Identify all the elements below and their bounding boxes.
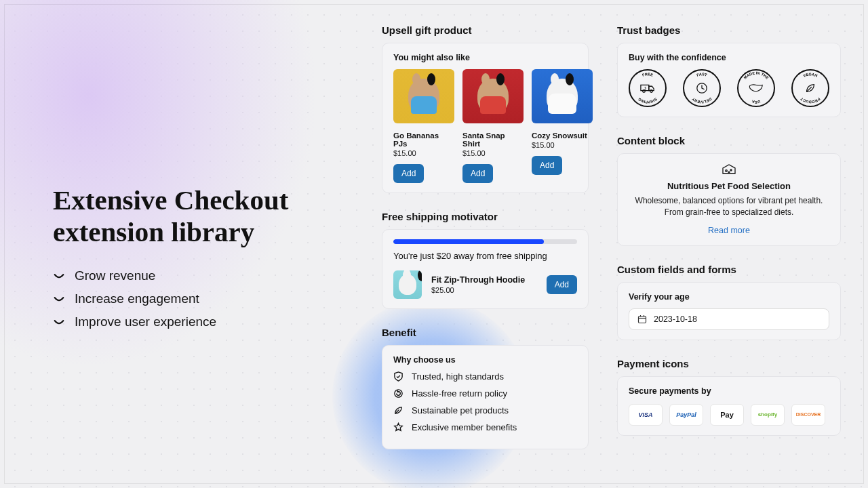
shipping-title: Free shipping motivator xyxy=(382,211,589,222)
product-name: Cozy Snowsuit xyxy=(532,131,593,140)
benefit-item: Exclusive member benefits xyxy=(393,422,577,432)
add-button[interactable]: Add xyxy=(462,164,493,183)
pay-apple: Pay xyxy=(710,404,744,426)
product-card: Go Bananas PJs $15.00 Add xyxy=(393,69,454,183)
product-card: Cozy Snowsuit $15.00 Add xyxy=(532,69,593,183)
badge-free-shipping: FREESHIPPING $ xyxy=(629,69,667,107)
upsell-title: Upsell gift product xyxy=(382,24,589,36)
benefit-text: Exclusive member benefits xyxy=(412,422,517,432)
bullet-item: Improve user experience xyxy=(53,314,351,329)
payment-title: Payment icons xyxy=(617,358,841,369)
bullet-text: Grow revenue xyxy=(75,268,155,283)
bullet-item: Grow revenue xyxy=(53,268,351,283)
content-title: Content block xyxy=(617,135,841,146)
product-price: $15.00 xyxy=(462,149,524,157)
pay-paypal: PayPal xyxy=(669,404,703,426)
bullet-text: Improve user experience xyxy=(75,314,216,329)
cheese-icon xyxy=(722,163,736,176)
return-icon xyxy=(393,388,403,399)
product-image xyxy=(532,69,593,123)
date-input[interactable]: 2023-10-18 xyxy=(629,308,829,330)
trust-title: Trust badges xyxy=(617,24,841,36)
custom-label: Verify your age xyxy=(629,292,829,302)
payment-subtitle: Secure payments by xyxy=(629,386,829,396)
hero: Extensive Checkout extension library Gro… xyxy=(53,184,351,338)
smile-icon xyxy=(53,270,65,282)
shipping-message: You're just $20 away from free shipping xyxy=(393,251,577,261)
add-button[interactable]: Add xyxy=(532,156,562,175)
benefit-item: Trusted, high standards xyxy=(393,371,577,382)
svg-rect-17 xyxy=(639,316,646,323)
product-price: $25.00 xyxy=(431,286,537,294)
badge-fast-delivery: FASTDELIVERY xyxy=(683,69,721,107)
date-value: 2023-10-18 xyxy=(654,314,697,324)
benefit-text: Sustainable pet products xyxy=(412,405,509,415)
benefit-item: Sustainable pet products xyxy=(393,405,577,415)
shield-check-icon xyxy=(393,371,403,382)
product-image xyxy=(393,270,422,299)
svg-text:USA: USA xyxy=(751,100,761,104)
product-price: $15.00 xyxy=(393,149,454,157)
badge-vegan: VEGANPRODUCT xyxy=(791,69,829,107)
product-name: Fit Zip-Through Hoodie xyxy=(431,275,537,285)
custom-fields-section: Custom fields and forms Verify your age … xyxy=(617,264,841,340)
calendar-icon xyxy=(637,314,647,324)
svg-point-16 xyxy=(728,171,730,173)
benefit-item: Hassle-free return policy xyxy=(393,388,577,399)
benefit-section: Benefit Why choose us Trusted, high stan… xyxy=(382,327,589,449)
benefit-text: Hassle-free return policy xyxy=(412,388,507,399)
svg-point-15 xyxy=(730,169,732,171)
smile-icon xyxy=(53,316,65,328)
content-desc: Wholesome, balanced options for vibrant … xyxy=(629,195,829,218)
shipping-section: Free shipping motivator You're just $20 … xyxy=(382,211,589,309)
page-title: Extensive Checkout extension library xyxy=(53,184,351,248)
product-name: Santa Snap Shirt xyxy=(462,131,524,148)
svg-text:FAST: FAST xyxy=(696,72,708,77)
pay-visa: VISA xyxy=(629,404,663,426)
smile-icon xyxy=(53,293,65,305)
svg-text:PRODUCT: PRODUCT xyxy=(800,97,821,104)
benefit-subtitle: Why choose us xyxy=(393,355,577,365)
svg-text:FREE: FREE xyxy=(642,72,654,77)
progress-bar xyxy=(393,239,577,244)
content-section: Content block Nutritious Pet Food Select… xyxy=(617,135,841,246)
svg-text:SHIPPING: SHIPPING xyxy=(637,97,658,104)
payment-section: Payment icons Secure payments by VISA Pa… xyxy=(617,358,841,436)
trust-section: Trust badges Buy with the confidence FRE… xyxy=(617,24,841,117)
add-button[interactable]: Add xyxy=(547,275,577,294)
trust-subtitle: Buy with the confidence xyxy=(629,53,829,62)
add-button[interactable]: Add xyxy=(393,164,424,183)
read-more-link[interactable]: Read more xyxy=(708,226,750,235)
svg-text:VEGAN: VEGAN xyxy=(802,72,818,77)
custom-title: Custom fields and forms xyxy=(617,264,841,275)
benefit-title: Benefit xyxy=(382,327,589,338)
svg-text:MADE IN THE: MADE IN THE xyxy=(743,71,769,80)
pay-discover: DISCOVER xyxy=(791,404,825,426)
bullet-item: Increase engagement xyxy=(53,291,351,306)
content-heading: Nutritious Pet Food Selection xyxy=(629,181,829,191)
svg-text:DELIVERY: DELIVERY xyxy=(691,97,713,104)
product-price: $15.00 xyxy=(532,141,593,149)
product-name: Go Bananas PJs xyxy=(393,131,454,148)
bullet-text: Increase engagement xyxy=(75,291,199,306)
product-image xyxy=(393,69,454,123)
badge-made-in-usa: MADE IN THEUSA xyxy=(737,69,775,107)
svg-point-0 xyxy=(395,390,402,397)
leaf-icon xyxy=(393,405,403,415)
pay-shopify: shopify xyxy=(751,404,785,426)
product-image xyxy=(462,69,524,123)
star-icon xyxy=(393,422,403,432)
upsell-section: Upsell gift product You might also like … xyxy=(382,24,589,193)
upsell-subtitle: You might also like xyxy=(393,53,577,62)
product-card: Santa Snap Shirt $15.00 Add xyxy=(462,69,524,183)
benefit-text: Trusted, high standards xyxy=(412,371,504,382)
svg-point-14 xyxy=(726,170,728,172)
